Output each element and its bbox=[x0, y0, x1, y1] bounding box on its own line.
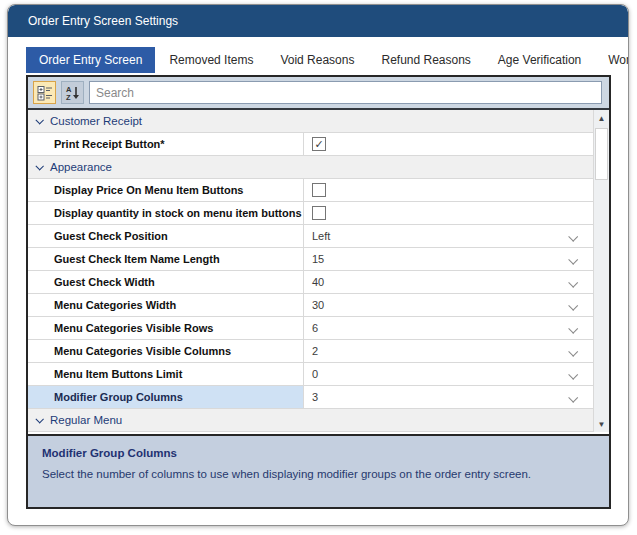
tab-word-filters[interactable]: Word Filters bbox=[595, 47, 629, 73]
description-panel: Modifier Group Columns Select the number… bbox=[28, 434, 609, 507]
dropdown[interactable]: 30 bbox=[304, 294, 609, 316]
chevron-down-icon bbox=[569, 365, 576, 383]
category-row[interactable]: Regular Menu bbox=[28, 409, 609, 432]
checkbox[interactable]: ✓ bbox=[312, 137, 326, 151]
svg-text:Z: Z bbox=[66, 93, 71, 101]
scrollbar-thumb[interactable] bbox=[595, 128, 608, 180]
category-label: Appearance bbox=[50, 161, 112, 173]
category-label: Customer Receipt bbox=[50, 115, 142, 127]
dropdown-value: 30 bbox=[312, 299, 569, 311]
checkbox-cell bbox=[304, 179, 609, 201]
chevron-down-icon bbox=[35, 116, 43, 124]
tab-void-reasons[interactable]: Void Reasons bbox=[267, 47, 367, 73]
chevron-down-icon bbox=[35, 415, 43, 423]
dropdown[interactable]: 3 bbox=[304, 386, 609, 408]
dropdown[interactable]: 40 bbox=[304, 271, 609, 293]
tab-removed-items[interactable]: Removed Items bbox=[156, 47, 266, 73]
dropdown-value: 0 bbox=[312, 368, 569, 380]
property-label: Display quantity in stock on menu item b… bbox=[28, 202, 304, 224]
chevron-down-icon bbox=[35, 162, 43, 170]
property-label: Guest Check Item Name Length bbox=[28, 248, 304, 270]
chevron-down-icon bbox=[569, 227, 576, 245]
checkbox-cell: ✓ bbox=[304, 133, 609, 155]
property-label: Guest Check Width bbox=[28, 271, 304, 293]
dropdown[interactable]: 2 bbox=[304, 340, 609, 362]
chevron-down-icon bbox=[569, 250, 576, 268]
chevron-down-icon bbox=[569, 319, 576, 337]
property-row[interactable]: Modifier Group Columns3 bbox=[28, 386, 609, 409]
dropdown-value: 3 bbox=[312, 391, 569, 403]
settings-window: Order Entry Screen Settings Order Entry … bbox=[7, 4, 629, 526]
dropdown-value: Left bbox=[312, 230, 569, 242]
tab-bar: Order Entry ScreenRemoved ItemsVoid Reas… bbox=[26, 47, 628, 73]
property-row[interactable]: Menu Categories Visible Rows6 bbox=[28, 317, 609, 340]
search-input[interactable] bbox=[89, 81, 602, 104]
dropdown-value: 15 bbox=[312, 253, 569, 265]
tab-order-entry-screen[interactable]: Order Entry Screen bbox=[26, 47, 155, 73]
settings-panel: A Z Customer ReceiptPrint Receipt Button… bbox=[26, 75, 611, 509]
property-row[interactable]: Menu Item Buttons Limit0 bbox=[28, 363, 609, 386]
category-row[interactable]: Customer Receipt bbox=[28, 110, 609, 133]
window-title: Order Entry Screen Settings bbox=[28, 14, 178, 28]
dropdown-value: 6 bbox=[312, 322, 569, 334]
categorized-view-icon bbox=[37, 85, 53, 101]
checkbox-cell bbox=[304, 202, 609, 224]
categorized-view-button[interactable] bbox=[33, 81, 56, 104]
property-label: Print Receipt Button* bbox=[28, 133, 304, 155]
chevron-down-icon bbox=[569, 296, 576, 314]
dropdown[interactable]: 0 bbox=[304, 363, 609, 385]
vertical-scrollbar[interactable]: ▲ ▼ bbox=[593, 110, 609, 432]
category-row[interactable]: Appearance bbox=[28, 156, 609, 179]
window-titlebar: Order Entry Screen Settings bbox=[8, 5, 628, 37]
checkbox[interactable] bbox=[312, 206, 326, 220]
property-row[interactable]: Menu Categories Width30 bbox=[28, 294, 609, 317]
tab-age-verification[interactable]: Age Verification bbox=[485, 47, 594, 73]
dropdown-value: 40 bbox=[312, 276, 569, 288]
property-row[interactable]: Guest Check Item Name Length15 bbox=[28, 248, 609, 271]
property-rows: Customer ReceiptPrint Receipt Button*✓Ap… bbox=[28, 110, 609, 432]
property-row[interactable]: Guest Check Width40 bbox=[28, 271, 609, 294]
chevron-down-icon bbox=[569, 342, 576, 360]
property-row[interactable]: Menu Categories Visible Columns2 bbox=[28, 340, 609, 363]
scroll-up-button[interactable]: ▲ bbox=[594, 110, 609, 126]
tab-refund-reasons[interactable]: Refund Reasons bbox=[368, 47, 483, 73]
category-label: Regular Menu bbox=[50, 414, 122, 426]
chevron-down-icon bbox=[569, 273, 576, 291]
dropdown[interactable]: 6 bbox=[304, 317, 609, 339]
scroll-down-button[interactable]: ▼ bbox=[594, 416, 609, 432]
sort-alphabetical-icon: A Z bbox=[65, 85, 81, 101]
sort-alphabetical-button[interactable]: A Z bbox=[61, 81, 84, 104]
property-label: Guest Check Position bbox=[28, 225, 304, 247]
property-row[interactable]: Display quantity in stock on menu item b… bbox=[28, 202, 609, 225]
property-label: Menu Categories Visible Columns bbox=[28, 340, 304, 362]
property-row[interactable]: Print Receipt Button*✓ bbox=[28, 133, 609, 156]
property-grid: Customer ReceiptPrint Receipt Button*✓Ap… bbox=[28, 110, 609, 432]
description-text: Select the number of columns to use when… bbox=[42, 468, 595, 480]
property-row[interactable]: Guest Check PositionLeft bbox=[28, 225, 609, 248]
property-label: Menu Categories Width bbox=[28, 294, 304, 316]
dropdown-value: 2 bbox=[312, 345, 569, 357]
scrollbar-track[interactable] bbox=[594, 126, 609, 416]
property-label: Menu Item Buttons Limit bbox=[28, 363, 304, 385]
property-label: Menu Categories Visible Rows bbox=[28, 317, 304, 339]
chevron-down-icon bbox=[569, 388, 576, 406]
description-title: Modifier Group Columns bbox=[42, 447, 595, 459]
dropdown[interactable]: 15 bbox=[304, 248, 609, 270]
property-grid-toolbar: A Z bbox=[28, 77, 609, 110]
checkbox[interactable] bbox=[312, 183, 326, 197]
property-label: Modifier Group Columns bbox=[28, 386, 304, 408]
property-row[interactable]: Display Price On Menu Item Buttons bbox=[28, 179, 609, 202]
dropdown[interactable]: Left bbox=[304, 225, 609, 247]
property-label: Display Price On Menu Item Buttons bbox=[28, 179, 304, 201]
